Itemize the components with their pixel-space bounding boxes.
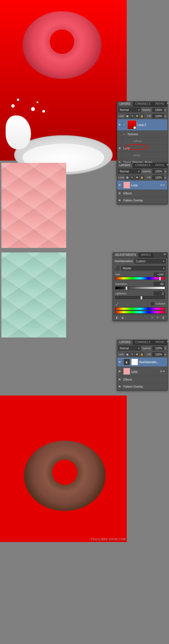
canvas-red-donut-dark: PS论坛:BBS.16XX8.COM (0, 396, 127, 542)
trash-icon[interactable]: 🗑 (161, 315, 166, 320)
tab-channels[interactable]: CHANNELS (133, 340, 153, 345)
fill-field[interactable]: 100% (152, 176, 164, 179)
step-3: ADJUSTMENTS MASKS ▾≡ Hue/Saturation Cust… (0, 252, 169, 393)
layer-effects[interactable]: 👁 Effects (117, 190, 167, 197)
lightness-label: Lightness: (115, 292, 127, 295)
layers-panel-2: LAYERS CHANNELS PATHS ▾≡ Normal▾ Opacity… (117, 163, 168, 204)
tab-channels[interactable]: CHANNELS (133, 163, 153, 168)
fill-field[interactable]: 100% (152, 114, 164, 118)
visibility-icon[interactable]: 👁 (117, 359, 122, 365)
canvas-red-donut-milk (0, 0, 127, 161)
panel-menu-icon[interactable]: ▾≡ (167, 340, 169, 345)
visibility-icon[interactable]: 👁 (117, 368, 122, 374)
textures-group[interactable]: ▾Textures (117, 131, 167, 138)
milk-bowl (0, 99, 127, 161)
layer-loop-2[interactable]: 👁 ▾ ▣ Loop 2 (117, 119, 167, 131)
blend-mode-select[interactable]: Normal▾ (118, 169, 141, 174)
tab-masks[interactable]: MASKS (139, 253, 153, 257)
watermark: PS论坛:BBS.16XX8.COM (91, 538, 126, 541)
hue-bar-input (115, 307, 165, 310)
eyedropper-icon[interactable] (115, 302, 119, 306)
tab-adjustments[interactable]: ADJUSTMENTS (113, 253, 139, 257)
expand-icon[interactable]: ▾ (123, 124, 126, 126)
colorize-checkbox[interactable] (151, 302, 154, 305)
reset-icon[interactable]: ↺ (150, 315, 154, 320)
layer-pattern-overlay[interactable]: 👁 Pattern Overlay (117, 197, 167, 204)
layer-loop[interactable]: 👁 Loop fx ▾ (117, 367, 167, 376)
step-4: PS论坛:BBS.16XX8.COM (0, 396, 169, 542)
adjustments-panel: ADJUSTMENTS MASKS ▾≡ Hue/Saturation Cust… (113, 252, 168, 321)
preset-select[interactable]: Custom▾ (134, 259, 166, 263)
visibility-icon[interactable]: 👁 (155, 315, 160, 320)
panel-tabs: LAYERS CHANNELS PATHS ▾≡ (117, 102, 167, 107)
hue-field[interactable]: +160 (154, 272, 165, 276)
adjustment-thumb: ◐ (123, 359, 130, 365)
blend-mode-select[interactable]: Normal▾ (118, 108, 141, 112)
visibility-icon[interactable]: 👁 (117, 377, 122, 382)
layer-hue-sat-adjustment[interactable]: 👁 ◐ Hue/Saturatio... (117, 357, 167, 367)
visibility-icon[interactable]: 👁 (117, 145, 122, 151)
tat-icon[interactable]: ☟ (115, 266, 120, 271)
hue-bar-output (115, 311, 165, 314)
bump-section: Bump (117, 152, 167, 159)
visibility-icon[interactable]: 👁 (117, 384, 122, 389)
eyedropper-sub-icon[interactable] (126, 302, 130, 306)
colorize-label: Colorize (156, 302, 165, 305)
saturation-slider[interactable] (115, 287, 165, 289)
donut-red (23, 11, 101, 79)
lightness-field[interactable]: 0 (154, 292, 165, 296)
tab-paths[interactable]: PATHS (153, 163, 167, 168)
fx-badge[interactable]: fx ▾ (160, 370, 166, 373)
diffuse-section: Diffuse (117, 138, 167, 145)
layer-loop-diffuse[interactable]: 👁 Loop (117, 145, 167, 152)
lock-buttons[interactable]: ▦✎✥🔒 (126, 352, 144, 356)
tab-paths[interactable]: PATHS (153, 102, 167, 106)
tab-paths[interactable]: PATHS (153, 340, 167, 345)
saturation-field[interactable]: -60 (154, 282, 165, 286)
step-2: LAYERS CHANNELS PATHS ▾≡ Normal▾ Opacity… (0, 163, 169, 250)
canvas-green-texture (1, 252, 66, 337)
layers-panel-3: LAYERS CHANNELS PATHS ▾≡ Normal▾ Opacity… (117, 340, 168, 390)
opacity-field[interactable]: 100% (152, 108, 164, 112)
step-1: LAYERS CHANNELS PATHS ▾≡ Normal▾ Opacity… (0, 0, 169, 161)
master-select[interactable]: Master▾ (121, 266, 166, 270)
opacity-field[interactable]: 100% (152, 346, 164, 350)
mask-thumb (131, 359, 138, 365)
tab-layers[interactable]: LAYERS (117, 340, 133, 345)
fill-label: Fill: (147, 115, 151, 117)
donut-dark (24, 441, 106, 511)
view-prev-icon[interactable]: ◉ (120, 315, 125, 320)
fill-field[interactable]: 100% (152, 352, 164, 356)
adjustment-title: Hue/Saturation (115, 260, 133, 263)
tab-layers[interactable]: LAYERS (117, 163, 133, 168)
hue-label: Hue: (115, 273, 121, 276)
blend-mode-select[interactable]: Normal▾ (118, 346, 141, 350)
fx-badge[interactable]: fx ▾ (160, 184, 166, 186)
eyedropper-add-icon[interactable] (121, 302, 125, 306)
panel-menu-icon[interactable]: ▾≡ (162, 253, 167, 257)
visibility-icon[interactable]: 👁 (117, 182, 122, 188)
layer-loop[interactable]: 👁 Loop fx ▾ (117, 181, 167, 190)
lock-label: Lock: (118, 115, 124, 117)
lightness-slider[interactable] (115, 296, 165, 299)
lock-buttons[interactable]: ▦✎✥🔒 (126, 114, 144, 118)
lock-buttons[interactable]: ▦✎✥🔒 (126, 176, 144, 179)
saturation-label: Saturation: (115, 283, 128, 285)
opacity-field[interactable]: 100% (152, 169, 164, 173)
hue-slider[interactable] (115, 277, 165, 280)
visibility-icon[interactable]: 👁 (117, 122, 122, 128)
opacity-label: Opacity: (142, 108, 151, 111)
panel-menu-icon[interactable]: ▾≡ (167, 102, 169, 106)
layer-effects[interactable]: 👁 Effects (117, 376, 167, 383)
tab-channels[interactable]: CHANNELS (133, 102, 153, 106)
visibility-icon[interactable]: 👁 (117, 190, 122, 196)
panel-menu-icon[interactable]: ▾≡ (167, 163, 169, 168)
layer-pattern-overlay[interactable]: 👁 Pattern Overlay (117, 383, 167, 390)
clip-icon[interactable]: ◧ (115, 315, 119, 320)
canvas-pink-texture (1, 163, 66, 248)
tab-layers[interactable]: LAYERS (117, 102, 133, 106)
visibility-icon[interactable]: 👁 (117, 197, 122, 203)
